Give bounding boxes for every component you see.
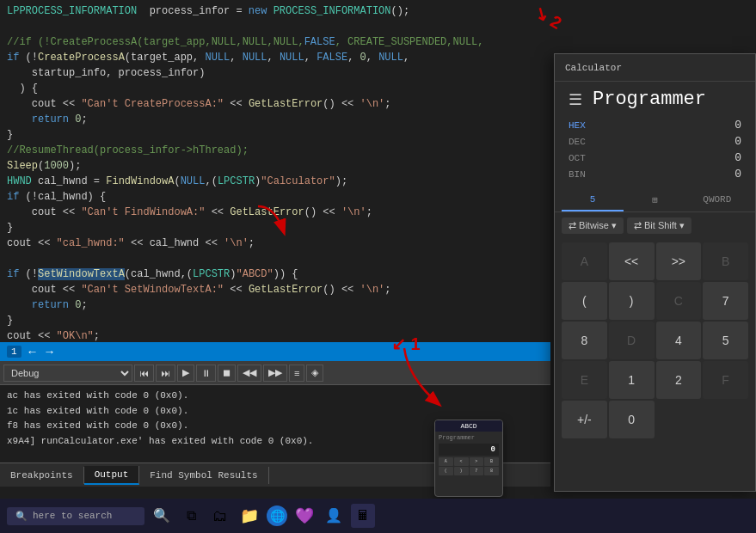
taskbar: 🔍 here to search 🔍 ⧉ 🗂 📁 🌐 💜 👤 🖩 [0,499,756,533]
btn-B[interactable]: B [703,242,748,280]
calc-tab-5[interactable]: 5 [562,189,624,211]
calc-display: HEX 0 DEC 0 OCT 0 BIN 0 [555,113,755,189]
bitwise-button[interactable]: ⇄ Bitwise ▾ [562,217,624,234]
btn-D[interactable]: D [609,322,655,359]
bin-row: BIN 0 [569,166,741,182]
calc-thumb-btn-7: 7 [470,467,484,475]
btn-left-shift[interactable]: << [609,242,655,280]
debug-btn-8[interactable]: ≡ [289,365,304,382]
taskbar-icon-files[interactable]: 🗂 [208,504,232,528]
calc-tab-grid[interactable]: ⊞ [624,189,685,211]
nav-prev-button[interactable]: ← [27,346,39,358]
debug-btn-2[interactable]: ⏭ [156,365,175,382]
calc-thumb-btn-3: > [470,457,484,466]
btn-4[interactable]: 4 [656,322,702,359]
calc-titlebar: Calculator [555,54,755,82]
tab-find-symbol[interactable]: Find Symbol Results [139,467,268,484]
calculator-window: Calculator ☰ Programmer HEX 0 DEC 0 OCT … [554,53,756,492]
taskbar-icon-calculator[interactable]: 🖩 [351,504,375,528]
debug-btn-6[interactable]: ◀◀ [237,365,261,382]
calc-mode-title: Programmer [593,89,706,110]
debug-btn-1[interactable]: ⏮ [134,365,154,382]
oct-row: OCT 0 [569,150,741,166]
calc-thumb-grid: A < > B ( ) 7 8 [439,457,499,475]
taskbar-icon-taskview[interactable]: ⧉ [179,504,203,528]
search-placeholder: here to search [33,511,112,521]
calc-thumb-subtitle: Programmer [437,433,501,442]
bin-value: 0 [594,168,741,181]
tab-breakpoints[interactable]: Breakpoints [0,467,84,484]
btn-7[interactable]: 7 [703,282,748,320]
calc-thumb-title: ABCD [435,420,502,432]
btn-0[interactable]: 0 [609,401,655,438]
calc-thumb-body: Programmer 0 A < > B ( ) 7 8 [435,432,502,479]
debug-btn-4[interactable]: ⏸ [196,365,216,382]
bit-shift-button[interactable]: ⇄ Bit Shift ▾ [627,217,691,234]
calc-controls: ⇄ Bitwise ▾ ⇄ Bit Shift ▾ [555,212,755,239]
btn-open-paren[interactable]: ( [562,282,607,320]
menu-icon[interactable]: ☰ [569,90,582,109]
btn-5[interactable]: 5 [703,322,748,359]
btn-1[interactable]: 1 [609,361,655,399]
tab-number: 1 [7,346,22,358]
hex-label: HEX [569,120,594,131]
btn-F[interactable]: F [703,361,748,399]
btn-close-paren[interactable]: ) [609,282,655,320]
calc-window-title: Calculator [565,63,622,73]
debug-config-select[interactable]: Debug Release [3,365,132,382]
taskbar-icon-folder[interactable]: 📁 [237,504,261,528]
calc-thumb-btn-5: ( [439,467,453,475]
dec-value: 0 [594,135,741,148]
taskbar-icon-chrome[interactable]: 🌐 [267,505,287,526]
btn-negate[interactable]: +/- [562,401,607,438]
oct-value: 0 [594,151,741,164]
bin-label: BIN [569,169,594,180]
debug-btn-3[interactable]: ▶ [177,365,194,382]
taskbar-search[interactable]: 🔍 here to search [7,507,144,525]
btn-E[interactable]: E [562,361,607,399]
btn-A[interactable]: A [562,242,607,280]
calc-thumb-btn-6: ) [454,467,469,475]
debug-btn-9[interactable]: ◈ [306,365,323,382]
code-editor[interactable]: LPPROCESS_INFORMATION process_infor = ne… [0,0,550,344]
code-content: LPPROCESS_INFORMATION process_infor = ne… [0,0,550,344]
calc-thumb-btn-2: < [454,457,469,466]
btn-2[interactable]: 2 [656,361,702,399]
dec-label: DEC [569,137,594,147]
btn-C[interactable]: C [656,282,702,320]
tab-output[interactable]: Output [84,466,140,485]
calc-thumb-btn-4: B [484,457,499,466]
calc-header: ☰ Programmer [555,82,755,113]
dec-row: DEC 0 [569,133,741,150]
debug-btn-7[interactable]: ▶▶ [263,365,287,382]
calc-thumb-btn-8: 8 [484,467,499,475]
calc-thumb-display: 0 [439,444,499,456]
calc-thumb-btn-1: A [439,457,453,466]
calc-button-grid: A << >> B ( ) C 7 8 D 4 5 E 1 2 F +/- 0 [555,239,755,442]
search-icon: 🔍 [15,511,28,522]
nav-next-button[interactable]: → [44,346,56,358]
calc-thumbnail[interactable]: ABCD Programmer 0 A < > B ( ) 7 8 [434,420,503,497]
oct-label: OCT [569,153,594,163]
debug-btn-5[interactable]: ◼ [218,365,236,382]
taskbar-icon-user[interactable]: 👤 [322,504,346,528]
hex-value: 0 [594,119,741,132]
taskbar-icon-search[interactable]: 🔍 [150,504,174,528]
taskbar-icon-vs[interactable]: 💜 [292,504,317,528]
editor-bottom-bar: 1 ← → [0,342,550,361]
calc-tab-qword[interactable]: QWORD [686,189,748,211]
btn-8[interactable]: 8 [562,322,607,359]
hex-row: HEX 0 [569,117,741,133]
debug-toolbar: Debug Release ⏮ ⏭ ▶ ⏸ ◼ ◀◀ ▶▶ ≡ ◈ [0,361,550,385]
btn-right-shift[interactable]: >> [656,242,702,280]
calc-tabs: 5 ⊞ QWORD [555,189,755,212]
